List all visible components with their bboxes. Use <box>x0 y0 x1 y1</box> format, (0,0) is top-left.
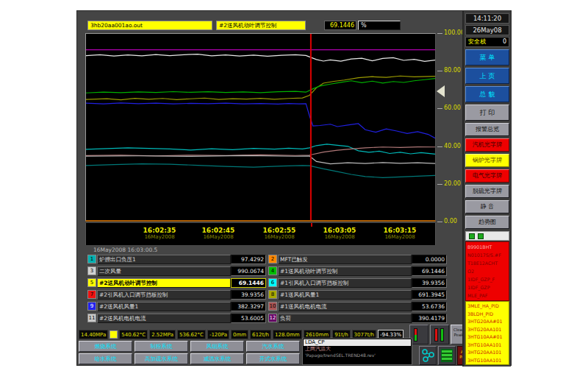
console-message: 上两汽温大 <box>304 346 411 353</box>
legend-color-key: 3 <box>87 266 96 275</box>
legend-point-label[interactable]: #1引风机入口调节挡板控制 <box>278 278 412 288</box>
network-nodes-button[interactable] <box>419 346 437 365</box>
legend-point-label[interactable]: 炉膛出口负压1 <box>97 255 231 264</box>
legend-point-label[interactable]: #2送风机动叶调节控制 <box>97 278 231 288</box>
sidebar: 14:11:20 26May08 安全栈 0 菜 单上 页总 貌打 印报警总览汽… <box>462 11 511 367</box>
y-tick-label: 40.00 <box>444 144 461 149</box>
alarm-list-yellow[interactable]: 3MLE_HA_PID3BLDH_PID3HTG20AA#013HTG20AA1… <box>465 301 509 365</box>
legend-point-label[interactable]: 二次风量 <box>97 266 231 276</box>
legend-point-value: 53.6005 <box>231 314 266 323</box>
sidebar-button[interactable]: 菜 单 <box>465 49 509 66</box>
trend-curve <box>86 164 435 178</box>
point-tag-field[interactable]: 3hb20aa001ao.out <box>87 21 212 30</box>
trend-mini-toolbar[interactable] <box>465 231 509 241</box>
screenshot-root: 3hb20aa001ao.out #2送风机动叶调节控制 69.1446 % 1… <box>0 0 588 368</box>
legend-point-value: 0.0000 <box>412 255 447 264</box>
legend-point-label[interactable]: 负荷 <box>278 314 412 323</box>
legend-point-label[interactable]: #2送风机风量1 <box>97 302 231 311</box>
sidebar-button[interactable]: 锅炉光字牌 <box>465 154 509 167</box>
legend-color-key: 8 <box>268 290 277 299</box>
cursor-timestamp: 16May2008 16:03:00.5 <box>93 247 157 253</box>
legend-point-label[interactable]: MFT已触发 <box>278 255 412 264</box>
menu-button[interactable]: 燃烧系统 <box>79 341 132 352</box>
legend-point-label[interactable]: #1送风机电机电流 <box>278 302 412 311</box>
menu-button[interactable]: 高加疏水系统 <box>135 353 188 364</box>
time-tick: 16:02:3516May2008 <box>133 227 186 241</box>
trend-curve <box>86 144 435 155</box>
legend-color-key: 9 <box>87 302 96 311</box>
menu-button[interactable]: 减温水系统 <box>190 353 244 364</box>
safety-label: 安全栈 <box>468 38 486 46</box>
time-tick: 16:03:0516May2008 <box>313 227 366 241</box>
console-selected-item[interactable]: LDA_CP <box>304 339 411 346</box>
alarm-list-red[interactable]: B9901BHTN01017S/S.#FT18E12ACHTO21IDF_GZP… <box>465 241 509 301</box>
trend-plot-area[interactable] <box>85 33 436 222</box>
sidebar-button[interactable]: 打 印 <box>465 105 509 121</box>
alarm-entry[interactable]: 3MLE_HA_PID <box>467 302 507 311</box>
time-tick-label: 16:03:15 <box>373 227 426 234</box>
nodes-icon <box>421 348 436 363</box>
alarm-entry[interactable]: 3HTG10AA101 <box>467 357 507 365</box>
legend-color-key: 1 <box>87 255 96 263</box>
alarm-entry[interactable]: 3HTG10AA101 <box>467 342 507 350</box>
menu-button[interactable]: 风烟系统 <box>190 341 244 352</box>
date-tick-label: 16May2008 <box>192 234 245 241</box>
menu-button[interactable]: 制粉系统 <box>135 341 188 352</box>
alarm-entry[interactable]: 3HTG20AA#01 <box>467 318 507 326</box>
sidebar-button[interactable]: 上 页 <box>465 68 509 84</box>
status-value: 0mm <box>231 330 248 339</box>
sidebar-button[interactable]: 脱硫光字牌 <box>465 185 509 198</box>
fan-status-indicator-2[interactable] <box>430 325 449 344</box>
y-tick-mark <box>437 146 442 147</box>
alarm-entry[interactable]: 3HTG10AA#01 <box>467 333 507 342</box>
point-title-field[interactable]: #2送风机动叶调节控制 <box>216 21 306 30</box>
legend-color-key: 7 <box>87 290 96 299</box>
console-file-path: 'Papago/trendSEL.TREND48.rev' <box>304 353 411 358</box>
legend-point-value: 53.6736 <box>412 302 447 311</box>
trend-curve <box>86 103 435 138</box>
trend-curve <box>86 54 435 62</box>
legend-point-label[interactable]: #1送风机动叶调节控制 <box>278 266 412 276</box>
time-tick-label: 16:02:35 <box>133 227 186 234</box>
menu-button[interactable]: 汽水系统 <box>246 341 300 352</box>
alarm-entry[interactable]: 1IDF_GZP <box>467 283 507 291</box>
status-value: 540.62°C <box>119 330 148 339</box>
safety-level-box: 安全栈 0 <box>465 37 509 47</box>
time-tick-label: 16:02:55 <box>253 227 306 234</box>
alarm-entry[interactable]: MLE_PAF <box>467 291 507 300</box>
legend-point-label[interactable]: #1送风机风量1 <box>278 290 412 300</box>
sidebar-button[interactable]: 报警总览 <box>465 123 509 136</box>
legend-point-label[interactable]: #2送风机电机电流 <box>97 314 231 323</box>
y-tick-mark <box>437 108 442 109</box>
status-bars-icon <box>434 328 444 342</box>
alarm-entry[interactable]: 3BLDH_PID <box>467 311 507 319</box>
legend-color-key: 5 <box>87 278 96 287</box>
alarm-entry[interactable]: N01017S/S.#F <box>467 251 507 259</box>
sidebar-button[interactable]: 电气光字牌 <box>465 169 509 183</box>
time-axis: 16:02:3516May200816:02:4516May200816:02:… <box>85 223 436 245</box>
alarm-entry[interactable]: B9901BHT <box>467 243 507 251</box>
unit-readout: % <box>358 21 401 30</box>
grid-view-button[interactable] <box>438 346 456 365</box>
legend-point-value: 390.4179 <box>412 314 447 323</box>
green-indicator-icon <box>469 233 475 239</box>
alarm-entry[interactable]: T18E12ACHT <box>467 259 507 267</box>
legend-color-key: 6 <box>268 278 277 287</box>
sidebar-button[interactable]: 汽机光字牌 <box>465 138 509 152</box>
alarm-entry[interactable]: O2 <box>467 267 507 275</box>
menu-button[interactable]: 给水系统 <box>79 353 132 364</box>
legend-color-key: 10 <box>268 302 277 311</box>
sidebar-button[interactable]: 趋势图 <box>465 216 509 229</box>
legend-point-value: 39.9356 <box>231 290 266 300</box>
sidebar-button[interactable]: 总 貌 <box>465 86 509 102</box>
legend-point-label[interactable]: #2引风机入口调节挡板控制 <box>97 290 231 300</box>
legend-color-key: 4 <box>268 266 277 275</box>
alarm-entry[interactable]: 1IDF_GZP_F <box>467 275 507 283</box>
alarm-entry[interactable]: 3HTG20AA101 <box>467 326 507 334</box>
sidebar-button[interactable]: 静 音 <box>465 200 509 213</box>
menu-button[interactable]: 开式水系统 <box>246 353 300 364</box>
y-tick-mark <box>437 71 442 71</box>
alarm-entry[interactable]: 3HTG20AA101 <box>467 349 507 357</box>
date-tick-label: 16May2008 <box>313 234 366 241</box>
legend-point-value: 97.4292 <box>231 255 266 264</box>
